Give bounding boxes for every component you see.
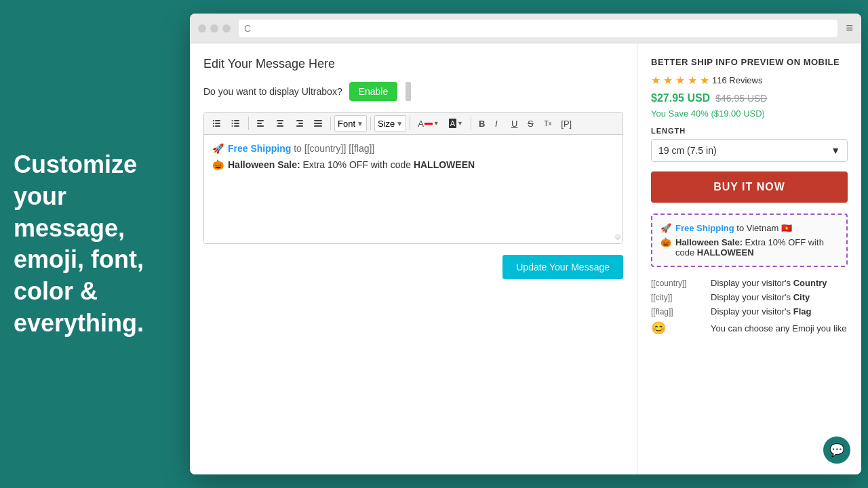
left-panel-text: Customize your message, emoji, font, col… bbox=[14, 149, 170, 340]
editor-line-1: 🚀 Free Shipping to [[country]] [[flag]] bbox=[212, 143, 614, 154]
size-selector[interactable]: Size ▼ bbox=[374, 115, 406, 131]
placeholder-btn[interactable]: [P] bbox=[557, 116, 576, 131]
bold-btn[interactable]: B bbox=[475, 116, 490, 131]
separator-5 bbox=[471, 117, 471, 130]
preview-destination: to Vietnam 🇻🇳 bbox=[736, 223, 792, 233]
var-row-emoji: 😊 You can choose any Emoji you like bbox=[651, 321, 848, 336]
price-row: $27.95 USD $46.95 USD bbox=[651, 92, 848, 104]
browser-dot-minimize bbox=[210, 24, 218, 33]
var-country-key: [[country]] bbox=[651, 279, 705, 288]
preview-halloween-emoji: 🎃 bbox=[660, 237, 671, 247]
preview-msg-line-1: 🚀 Free Shipping to Vietnam 🇻🇳 bbox=[660, 223, 838, 233]
var-city-desc: Display your visitor's City bbox=[711, 292, 810, 302]
halloween-code: HALLOWEEN bbox=[414, 159, 475, 170]
svg-rect-20 bbox=[296, 125, 303, 127]
star-1: ★ bbox=[651, 74, 660, 87]
halloween-line: Halloween Sale: Extra 10% OFF with code … bbox=[228, 159, 475, 170]
svg-rect-6 bbox=[234, 120, 239, 121]
var-country-bold: Country bbox=[793, 278, 827, 288]
strikethrough-btn[interactable]: S bbox=[524, 116, 538, 131]
svg-rect-13 bbox=[257, 123, 262, 124]
align-right-btn[interactable] bbox=[290, 116, 308, 131]
browser-dot-close bbox=[198, 24, 206, 33]
browser-window: C ≡ Edit Your Message Here Do you want t… bbox=[190, 14, 861, 474]
highlight-color-btn[interactable]: A ▼ bbox=[445, 116, 467, 131]
loading-indicator: C bbox=[244, 23, 251, 34]
svg-rect-12 bbox=[257, 120, 264, 121]
svg-rect-14 bbox=[257, 125, 264, 127]
length-dropdown[interactable]: 19 cm (7.5 in) ▼ bbox=[651, 139, 848, 162]
font-selector[interactable]: Font ▼ bbox=[334, 115, 367, 131]
var-country-desc: Display your visitor's Country bbox=[711, 278, 827, 288]
preview-halloween-label: Halloween Sale: bbox=[675, 237, 743, 247]
svg-rect-21 bbox=[314, 120, 322, 121]
halloween-emoji: 🎃 bbox=[212, 159, 224, 170]
separator-1 bbox=[248, 117, 249, 130]
shipping-destination: to [[country]] [[flag]] bbox=[294, 143, 374, 154]
preview-halloween-code: HALLOWEEN bbox=[697, 247, 754, 258]
browser-menu-icon[interactable]: ≡ bbox=[846, 21, 853, 35]
star-5: ★ bbox=[700, 74, 709, 87]
underline-btn[interactable]: U bbox=[507, 116, 522, 131]
star-4: ★ bbox=[688, 74, 697, 87]
browser-chrome: C ≡ bbox=[190, 14, 861, 43]
font-dropdown-arrow: ▼ bbox=[357, 120, 363, 127]
update-message-button[interactable]: Update Your Message bbox=[502, 255, 623, 279]
star-2: ★ bbox=[663, 74, 673, 87]
size-dropdown-arrow: ▼ bbox=[396, 120, 403, 127]
savings-text: You Save 40% ($19.00 USD) bbox=[651, 108, 848, 119]
halloween-desc: Extra 10% OFF with code bbox=[302, 159, 413, 170]
svg-rect-23 bbox=[314, 125, 322, 127]
buy-now-button[interactable]: BUY IT NOW bbox=[651, 171, 848, 203]
ordered-list-btn[interactable] bbox=[208, 116, 226, 131]
variables-table: [[country]] Display your visitor's Count… bbox=[651, 278, 848, 336]
preview-msg-line-2: 🎃 Halloween Sale: Extra 10% OFF with cod… bbox=[660, 237, 838, 258]
align-left-btn[interactable] bbox=[252, 116, 270, 131]
svg-point-11 bbox=[232, 125, 233, 127]
justify-btn[interactable] bbox=[309, 116, 327, 131]
separator-2 bbox=[330, 117, 331, 130]
svg-point-9 bbox=[232, 120, 233, 121]
svg-rect-5 bbox=[213, 125, 214, 127]
var-flag-bold: Flag bbox=[793, 306, 812, 317]
italic-btn[interactable]: I bbox=[491, 116, 506, 131]
var-emoji-icon: 😊 bbox=[651, 321, 705, 336]
editor-footer: Update Your Message bbox=[203, 255, 623, 279]
address-bar[interactable]: C bbox=[239, 20, 837, 37]
reviews-count: 116 Reviews bbox=[712, 75, 762, 85]
browser-dot-maximize bbox=[222, 24, 231, 33]
browser-content: Edit Your Message Here Do you want to di… bbox=[190, 43, 861, 474]
resize-handle[interactable]: ⟱ bbox=[614, 232, 621, 242]
original-price: $46.95 USD bbox=[715, 93, 767, 104]
editor-panel: Edit Your Message Here Do you want to di… bbox=[190, 43, 637, 474]
var-flag-desc: Display your visitor's Flag bbox=[711, 306, 811, 317]
browser-dots bbox=[198, 24, 231, 33]
var-emoji-desc: You can choose any Emoji you like bbox=[711, 323, 846, 333]
ultrabox-label: Do you want to display Ultrabox? bbox=[203, 86, 342, 97]
length-label: LENGTH bbox=[651, 127, 848, 135]
editor-body[interactable]: 🚀 Free Shipping to [[country]] [[flag]] … bbox=[204, 135, 623, 243]
svg-rect-7 bbox=[234, 123, 239, 124]
svg-rect-3 bbox=[213, 120, 214, 121]
star-rating: ★ ★ ★ ★ ★ 116 Reviews bbox=[651, 74, 848, 87]
var-city-bold: City bbox=[793, 292, 810, 302]
preview-panel: BETTER SHIP INFO PREVIEW ON MOBILE ★ ★ ★… bbox=[637, 43, 861, 474]
current-price: $27.95 USD bbox=[651, 92, 710, 104]
svg-rect-16 bbox=[278, 123, 283, 124]
clear-format-btn[interactable]: Tx bbox=[540, 117, 555, 130]
chat-icon[interactable]: 💬 bbox=[823, 436, 850, 464]
ultrabox-row: Do you want to display Ultrabox? Enable bbox=[203, 82, 623, 101]
align-center-btn[interactable] bbox=[271, 116, 289, 131]
shipping-line: Free Shipping to [[country]] [[flag]] bbox=[228, 143, 374, 154]
var-flag-key: [[flag]] bbox=[651, 307, 705, 317]
enable-button[interactable]: Enable bbox=[349, 82, 398, 101]
enable-toggle bbox=[406, 82, 411, 101]
unordered-list-btn[interactable] bbox=[227, 116, 245, 131]
font-color-btn[interactable]: A ▼ bbox=[414, 116, 443, 131]
preview-message-box: 🚀 Free Shipping to Vietnam 🇻🇳 🎃 Hallowee… bbox=[651, 214, 848, 267]
svg-rect-19 bbox=[298, 123, 303, 124]
svg-rect-17 bbox=[277, 125, 283, 127]
halloween-sale-label: Halloween Sale: bbox=[228, 159, 300, 170]
preview-shipping-text: Free Shipping to Vietnam 🇻🇳 bbox=[675, 223, 792, 233]
editor-toolbar: Font ▼ Size ▼ A ▼ bbox=[204, 113, 623, 135]
